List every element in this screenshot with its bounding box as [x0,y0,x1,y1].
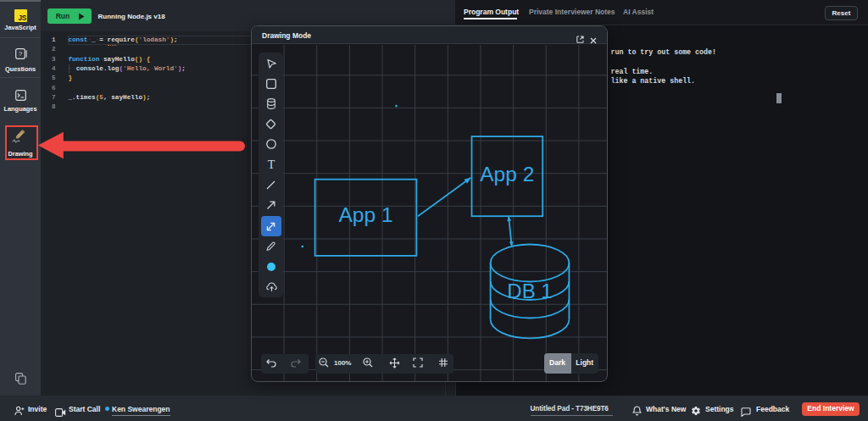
svg-text:App 2: App 2 [480,163,534,186]
svg-text:App 1: App 1 [338,203,392,226]
svg-text:DB 1: DB 1 [507,280,552,302]
svg-text:?: ? [18,50,22,58]
